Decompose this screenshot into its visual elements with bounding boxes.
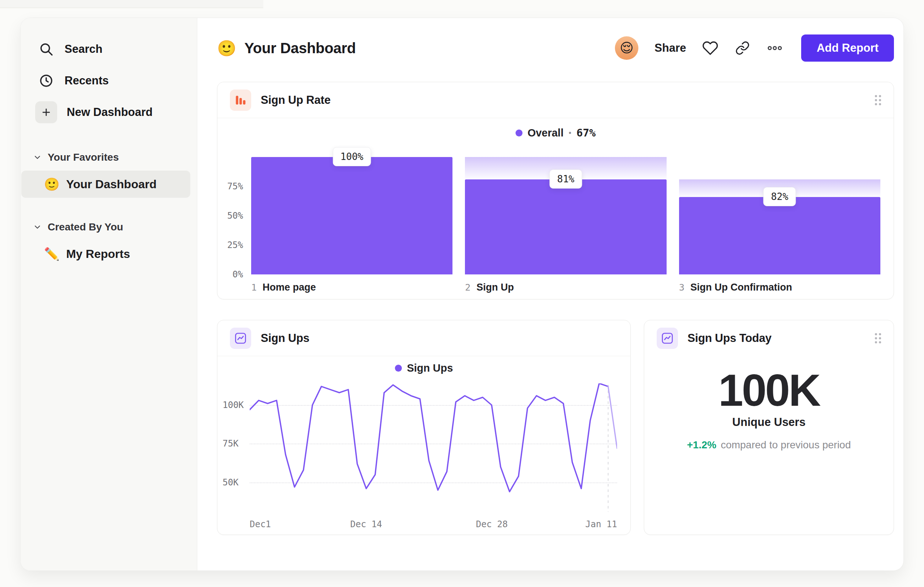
line-x-tick: Dec 28 xyxy=(476,519,508,529)
kpi-delta-value: +1.2% xyxy=(687,439,716,451)
legend-separator: • xyxy=(569,129,571,137)
plus-icon xyxy=(35,101,57,123)
dashboard-emoji: 🙂 xyxy=(44,177,59,192)
line-chart-plot: 100K75K50K xyxy=(218,384,630,512)
sign-ups-series-tail xyxy=(608,386,617,448)
funnel-value-chip: 100% xyxy=(333,147,371,166)
line-chart-icon xyxy=(230,327,251,349)
sidebar-item-recents[interactable]: Recents xyxy=(21,65,197,96)
legend-label: Overall xyxy=(528,127,564,139)
line-x-tick: Dec1 xyxy=(250,519,271,529)
card-title: Sign Ups xyxy=(261,332,309,345)
sidebar-item-label: My Reports xyxy=(66,247,130,261)
page-title: Your Dashboard xyxy=(244,40,356,56)
link-icon xyxy=(735,41,750,55)
line-x-axis: Dec1Dec 14Dec 28Jan 11 xyxy=(250,517,617,532)
funnel-y-tick: 25% xyxy=(227,240,243,250)
sidebar-item-new-dashboard[interactable]: New Dashboard xyxy=(21,96,197,128)
funnel-legend[interactable]: Overall • 67% xyxy=(218,118,894,147)
funnel-bar[interactable] xyxy=(251,157,452,274)
line-x-tick: Jan 11 xyxy=(585,519,617,529)
ellipsis-icon xyxy=(767,40,783,56)
favorite-button[interactable] xyxy=(702,40,718,56)
app-window: Search Recents New Dashboard Your Favori… xyxy=(20,18,904,571)
dashboard-emoji: 🙂 xyxy=(217,39,236,57)
line-x-tick: Dec 14 xyxy=(350,519,382,529)
line-y-tick: 50K xyxy=(223,477,238,488)
drag-handle-icon[interactable] xyxy=(875,333,881,343)
funnel-bar[interactable] xyxy=(465,179,666,274)
kpi-delta-note: compared to previous period xyxy=(721,439,851,451)
funnel-value-chip: 82% xyxy=(763,187,796,206)
sidebar-item-label: Your Dashboard xyxy=(66,178,157,191)
sidebar-item-your-dashboard[interactable]: 🙂 Your Dashboard xyxy=(21,170,190,198)
line-y-tick: 75K xyxy=(223,438,238,449)
funnel-value-chip: 81% xyxy=(549,169,582,189)
funnel-step[interactable]: 81%2Sign Up xyxy=(465,157,666,294)
funnel-y-tick: 50% xyxy=(227,211,243,221)
kpi-metric-label: Unique Users xyxy=(732,416,805,429)
share-button[interactable]: Share xyxy=(655,41,686,55)
more-options-button[interactable] xyxy=(767,40,783,56)
card-title: Sign Up Rate xyxy=(261,94,331,107)
card-header: Sign Ups Today xyxy=(644,320,894,356)
main-content: 🙂 Your Dashboard 😌 Share Add Report xyxy=(197,18,903,570)
header-actions: 😌 Share Add Report xyxy=(615,35,894,62)
sidebar-section-your-favorites[interactable]: Your Favorites xyxy=(21,148,197,167)
sidebar-item-label: New Dashboard xyxy=(67,106,153,119)
section-title: Your Favorites xyxy=(48,152,119,163)
funnel-step[interactable]: 82%3Sign Up Confirmation xyxy=(679,157,880,294)
avatar[interactable]: 😌 xyxy=(615,36,639,60)
copy-link-button[interactable] xyxy=(734,40,751,56)
clock-icon xyxy=(37,72,55,89)
sign-ups-series-line xyxy=(250,384,608,492)
funnel-chart: 75%50%25%0% 100%1Home page81%2Sign Up82%… xyxy=(218,147,894,299)
sign-ups-card: Sign Ups Sign Ups 100K75K50K Dec1Dec 14D… xyxy=(217,320,631,535)
line-chart-icon xyxy=(657,327,678,349)
funnel-y-axis: 75%50%25%0% xyxy=(218,157,251,274)
funnel-bar-area: 81% xyxy=(465,157,666,274)
funnel-columns: 100%1Home page81%2Sign Up82%3Sign Up Con… xyxy=(251,157,880,294)
legend-value: 67% xyxy=(576,127,596,139)
funnel-bar[interactable] xyxy=(679,197,880,274)
funnel-chart-icon xyxy=(230,89,251,111)
funnel-step-label: 2Sign Up xyxy=(465,281,666,294)
sidebar-item-label: Search xyxy=(64,43,102,56)
avatar-emoji: 😌 xyxy=(620,40,634,56)
funnel-step-label: 3Sign Up Confirmation xyxy=(679,281,880,294)
add-report-button[interactable]: Add Report xyxy=(801,35,894,62)
legend-dot xyxy=(516,129,523,136)
card-title: Sign Ups Today xyxy=(688,332,771,345)
chevron-down-icon xyxy=(33,153,42,162)
line-legend[interactable]: Sign Ups xyxy=(218,356,630,380)
kpi-delta: +1.2% compared to previous period xyxy=(687,439,851,451)
kpi-body: 100K Unique Users +1.2% compared to prev… xyxy=(644,356,894,534)
pencil-emoji: ✏️ xyxy=(44,246,59,261)
sign-up-rate-card: Sign Up Rate Overall • 67% 75%50%25%0% 1… xyxy=(217,82,894,299)
sign-ups-line-chart[interactable] xyxy=(250,384,617,512)
cards-row: Sign Ups Sign Ups 100K75K50K Dec1Dec 14D… xyxy=(217,320,894,535)
drag-handle-icon[interactable] xyxy=(875,95,881,105)
search-icon xyxy=(37,40,55,58)
sidebar-item-my-reports[interactable]: ✏️ My Reports xyxy=(21,240,190,268)
legend-label: Sign Ups xyxy=(407,362,453,374)
line-y-tick: 100K xyxy=(223,400,244,410)
funnel-y-tick: 75% xyxy=(227,181,243,192)
sidebar-section-created-by-you[interactable]: Created By You xyxy=(21,218,197,236)
chevron-down-icon xyxy=(33,223,42,231)
card-header: Sign Ups xyxy=(218,320,630,356)
funnel-step[interactable]: 100%1Home page xyxy=(251,157,452,294)
sidebar: Search Recents New Dashboard Your Favori… xyxy=(21,18,197,570)
funnel-step-label: 1Home page xyxy=(251,281,452,294)
heart-icon xyxy=(702,40,718,56)
card-header: Sign Up Rate xyxy=(218,82,894,118)
funnel-y-tick: 0% xyxy=(233,269,243,279)
sidebar-item-label: Recents xyxy=(64,74,109,87)
funnel-bar-area: 100% xyxy=(251,157,452,274)
funnel-bar-area: 82% xyxy=(679,157,880,274)
section-title: Created By You xyxy=(48,221,123,233)
sidebar-item-search[interactable]: Search xyxy=(21,33,197,65)
dashboard-header: 🙂 Your Dashboard 😌 Share Add Report xyxy=(217,34,894,62)
sign-ups-today-card: Sign Ups Today 100K Unique Users +1.2% c… xyxy=(644,320,894,535)
window-edge-artifact xyxy=(0,0,263,8)
